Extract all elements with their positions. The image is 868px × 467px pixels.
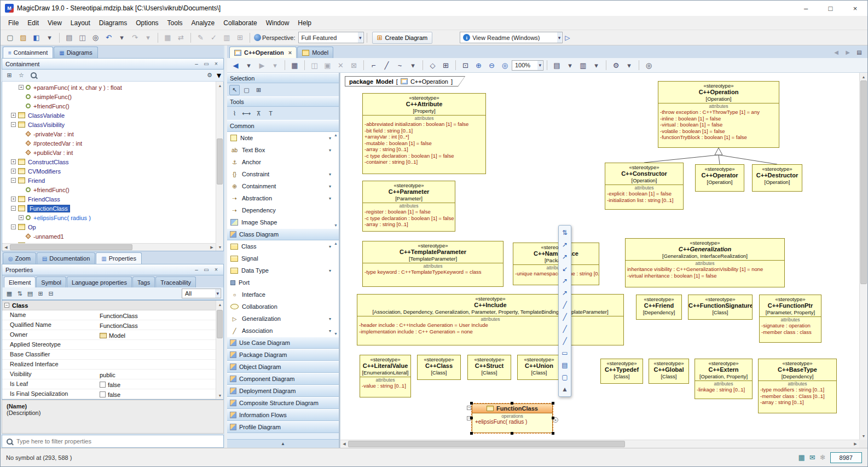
tab-documentation[interactable]: ▤Documentation	[37, 252, 95, 264]
palette-section-common[interactable]: Common	[227, 120, 339, 132]
stereotype-box-c-namespace[interactable]: «stereotype»C++Namespace[Package]attribu…	[513, 243, 599, 285]
tab-properties[interactable]: ▥Properties	[96, 252, 142, 264]
menu-edit[interactable]: Edit	[23, 18, 43, 28]
diagram-canvas[interactable]: package Model [ C++Operation ]	[340, 73, 867, 448]
tree-expander-icon[interactable]: +	[11, 113, 16, 118]
forward-dropdown[interactable]: ▾	[269, 59, 281, 71]
generate-report-button[interactable]: ▥	[221, 32, 233, 44]
find-button[interactable]: ◎	[89, 32, 102, 44]
delete-button[interactable]: ✕	[334, 59, 347, 71]
palette-item-port[interactable]: Port	[227, 276, 339, 289]
redo-dropdown[interactable]: ▾	[142, 32, 154, 44]
palette-item-generalization[interactable]: ▷Generalization▾	[227, 313, 339, 325]
rectangle-shape-tool[interactable]: ▢	[559, 372, 570, 383]
tab-scroll-right-button[interactable]: ▶	[843, 47, 853, 57]
forward-button[interactable]: ▶	[256, 59, 268, 71]
sort-alphabetically-icon[interactable]: ⇅	[15, 289, 25, 298]
stereotype-box-c-include[interactable]: «stereotype»C++Include[Association, Depe…	[357, 294, 624, 345]
layers-dropdown[interactable]: ▾	[590, 59, 603, 71]
palette-section-use-case-diagram[interactable]: Use Case Diagram	[227, 337, 339, 349]
chevron-down-icon[interactable]: ▾	[329, 328, 331, 333]
tab-tags[interactable]: Tags	[132, 276, 155, 287]
tree-item-publicvar-int[interactable]: +publicVar : int	[3, 148, 216, 157]
palette-item-note[interactable]: Note▾	[227, 132, 339, 144]
stereotype-box-c-literalvalue[interactable]: «stereotype»C++LiteralValue[EnumerationL…	[360, 355, 411, 397]
tab-diagrams[interactable]: ▦Diagrams	[54, 47, 98, 58]
tree-expander-icon[interactable]: +	[11, 159, 16, 164]
new-project-button[interactable]: ▢	[4, 32, 16, 44]
tree-item-cvmodifiers[interactable]: +CVModifiers	[3, 166, 216, 176]
tab-zoom[interactable]: ◎Zoom	[3, 252, 36, 264]
tree-item-simplefunc[interactable]: +simpleFunc()	[3, 92, 216, 101]
checkbox-icon[interactable]	[100, 382, 106, 388]
maximize-button[interactable]: □	[818, 1, 843, 16]
gear-dropdown[interactable]: ▾	[623, 59, 635, 71]
scroll-up-button[interactable]: ▲	[860, 73, 867, 80]
text-shape-tool[interactable]: ▤	[559, 360, 570, 371]
tree-expander-icon[interactable]: +	[11, 197, 16, 201]
select-in-containment-button[interactable]: ▦	[161, 32, 174, 44]
tree-expander-icon[interactable]: −	[11, 122, 16, 127]
selection-handle[interactable]	[552, 402, 554, 405]
run-readme-button[interactable]: ▷	[565, 34, 570, 42]
chevron-down-icon[interactable]: ▾	[329, 172, 331, 177]
stereotype-box-c-templateparameter[interactable]: «stereotype»C++TemplateParameter[Templat…	[362, 241, 504, 287]
palette-section-information-flows[interactable]: Information Flows	[227, 409, 339, 421]
stereotype-box-c-typedef[interactable]: «stereotype»C++Typedef[Class]	[600, 359, 643, 384]
menu-help[interactable]: Help	[293, 18, 316, 28]
palette-section-class-diagram[interactable]: Class Diagram	[227, 228, 339, 240]
scroll-up-button[interactable]: ▲	[559, 384, 570, 395]
tree-expander-icon[interactable]: −	[11, 224, 16, 229]
tab-traceability[interactable]: Traceability	[155, 276, 196, 287]
scrollbar-track[interactable]	[216, 89, 223, 243]
favorites-icon[interactable]: ☆	[16, 71, 26, 80]
scrollbar-track[interactable]	[348, 440, 852, 448]
stereotype-box-c-union[interactable]: «stereotype»C++Union[Class]	[517, 355, 561, 380]
search-icon[interactable]	[28, 71, 38, 80]
stereotype-box-c-operator[interactable]: «stereotype»C++Operator[Operation]	[695, 164, 744, 192]
menu-collaborate[interactable]: Collaborate	[219, 18, 261, 28]
zoom-out-button[interactable]: ⊖	[485, 59, 498, 71]
usage-tool[interactable]: ╱	[559, 324, 570, 335]
tab-element[interactable]: Element	[4, 276, 36, 287]
bezier-path-button[interactable]: ~	[394, 59, 406, 71]
open-project-button[interactable]: ▨	[17, 32, 30, 44]
tree-item-elipsisfunc-radius[interactable]: ++elipsisFunc( radius )	[3, 213, 216, 222]
layers-button[interactable]: ▥	[577, 59, 589, 71]
symbol-properties-dropdown[interactable]: ▾	[564, 59, 576, 71]
magnet-tool[interactable]: ⌇	[229, 108, 240, 119]
scroll-right-button[interactable]: ▶	[852, 440, 859, 448]
scroll-up-button[interactable]: ▲	[216, 82, 224, 89]
selection-handle[interactable]	[470, 432, 473, 435]
structure-filter-icon[interactable]: ⊞	[4, 71, 14, 80]
tree-item-protectedvar-int[interactable]: #protectedVar : int	[3, 139, 216, 148]
stereotype-box-c-functionptr[interactable]: «stereotype»C++FunctionPtr[Parameter, Pr…	[759, 295, 821, 343]
scroll-up-icon[interactable]: ▲	[334, 133, 338, 137]
categorized-view-icon[interactable]: ▦	[4, 289, 14, 298]
vertical-scrollbar[interactable]: ▲▼	[859, 73, 867, 440]
menu-tools[interactable]: Tools	[163, 18, 187, 28]
tab-containment[interactable]: ≡Containment	[3, 47, 53, 58]
notification-icon[interactable]: ✉	[809, 453, 815, 462]
paste-button[interactable]: ▣	[321, 59, 334, 71]
property-filter-input[interactable]	[16, 438, 221, 445]
property-row-is-final-specialization[interactable]: Is Final Specializationfalse	[2, 389, 216, 399]
palette-item-containment[interactable]: ⊕Containment▾	[227, 180, 339, 192]
class-symbol-functionclass[interactable]: FunctionClass operations +elipsisFunc( r…	[472, 403, 553, 433]
show-grid-button[interactable]: ⊞	[439, 59, 452, 71]
stereotype-box-c-destructor[interactable]: «stereotype»C++Destructor[Operation]	[752, 164, 802, 192]
scroll-down-button[interactable]: ▼	[216, 391, 224, 399]
composition-tool[interactable]: ↗	[559, 275, 570, 286]
distribute-tool[interactable]: ⟷	[241, 108, 252, 119]
diagram-tab-c-operation[interactable]: C++Operation×	[229, 47, 297, 58]
undo-button[interactable]: ↶	[102, 32, 115, 44]
open-specification-button[interactable]: ✎	[194, 32, 207, 44]
tree-expander-icon[interactable]: +	[11, 169, 16, 174]
generalization-tool[interactable]: ↗	[559, 287, 570, 298]
tab-symbol[interactable]: Symbol	[36, 276, 66, 287]
redo-button[interactable]: ↷	[129, 32, 141, 44]
chevron-down-icon[interactable]: ▾	[217, 70, 221, 80]
panel-float-icon[interactable]: ▭	[202, 61, 210, 67]
stereotype-box-c-attribute[interactable]: «stereotype»C++Attribute[Property]attrib…	[362, 93, 486, 174]
menu-diagrams[interactable]: Diagrams	[95, 18, 131, 28]
